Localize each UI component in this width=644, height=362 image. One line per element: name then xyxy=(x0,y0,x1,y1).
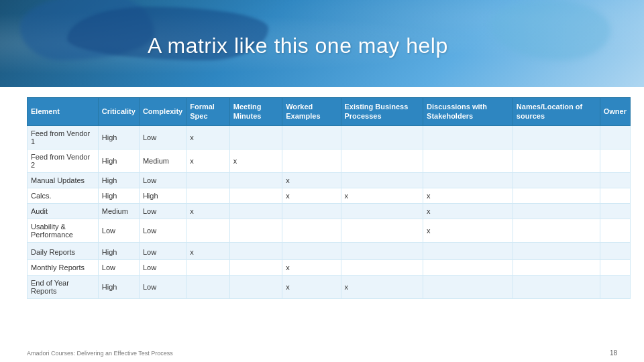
cell-criticality: High xyxy=(98,125,139,149)
cell-names_location xyxy=(513,219,600,242)
page-title: A matrix like this one may help xyxy=(148,34,448,58)
content-area: Element Criticality Complexity Formal Sp… xyxy=(27,97,631,342)
table-body: Feed from Vendor 1HighLowxFeed from Vend… xyxy=(28,125,631,298)
cell-names_location xyxy=(513,188,600,203)
cell-element: Feed from Vendor 2 xyxy=(28,149,99,172)
cell-owner xyxy=(600,242,630,259)
table-row: Daily ReportsHighLowx xyxy=(28,242,631,259)
cell-names_location xyxy=(513,203,600,219)
col-formal-spec: Formal Spec xyxy=(186,98,230,126)
cell-formal_spec xyxy=(186,275,230,298)
cell-existing_bp xyxy=(341,259,423,275)
cell-worked_examples: x xyxy=(282,275,341,298)
table-row: AuditMediumLowxx xyxy=(28,203,631,219)
cell-criticality: High xyxy=(98,242,139,259)
col-names-location: Names/Location of sources xyxy=(513,98,600,126)
cell-discussions xyxy=(423,125,513,149)
cell-names_location xyxy=(513,242,600,259)
cell-meeting_minutes xyxy=(229,125,282,149)
cell-meeting_minutes xyxy=(229,259,282,275)
cell-meeting_minutes xyxy=(229,172,282,188)
table-row: Calcs.HighHighxxx xyxy=(28,188,631,203)
paint-splash-3 xyxy=(490,0,610,60)
cell-complexity: Low xyxy=(139,125,186,149)
cell-complexity: High xyxy=(139,188,186,203)
cell-owner xyxy=(600,259,630,275)
cell-element: Daily Reports xyxy=(28,242,99,259)
cell-names_location xyxy=(513,172,600,188)
col-criticality: Criticality xyxy=(98,98,139,126)
page-number: 18 xyxy=(610,349,617,357)
cell-names_location xyxy=(513,259,600,275)
cell-worked_examples xyxy=(282,242,341,259)
cell-meeting_minutes xyxy=(229,275,282,298)
col-owner: Owner xyxy=(600,98,630,126)
cell-criticality: Low xyxy=(98,259,139,275)
cell-complexity: Medium xyxy=(139,149,186,172)
cell-discussions xyxy=(423,149,513,172)
col-worked-examples: Worked Examples xyxy=(282,98,341,126)
table-row: Feed from Vendor 1HighLowx xyxy=(28,125,631,149)
cell-meeting_minutes xyxy=(229,219,282,242)
cell-criticality: Low xyxy=(98,219,139,242)
cell-formal_spec xyxy=(186,219,230,242)
cell-element: Calcs. xyxy=(28,188,99,203)
cell-element: Feed from Vendor 1 xyxy=(28,125,99,149)
cell-existing_bp xyxy=(341,149,423,172)
cell-worked_examples: x xyxy=(282,172,341,188)
cell-complexity: Low xyxy=(139,275,186,298)
cell-owner xyxy=(600,149,630,172)
cell-discussions xyxy=(423,242,513,259)
cell-names_location xyxy=(513,149,600,172)
cell-names_location xyxy=(513,125,600,149)
cell-discussions: x xyxy=(423,203,513,219)
cell-meeting_minutes: x xyxy=(229,149,282,172)
col-complexity: Complexity xyxy=(139,98,186,126)
cell-existing_bp xyxy=(341,219,423,242)
col-discussions: Discussions with Stakeholders xyxy=(423,98,513,126)
table-row: End of Year ReportsHighLowxx xyxy=(28,275,631,298)
table-row: Manual UpdatesHighLowx xyxy=(28,172,631,188)
cell-owner xyxy=(600,125,630,149)
cell-formal_spec xyxy=(186,172,230,188)
cell-existing_bp: x xyxy=(341,275,423,298)
col-element: Element xyxy=(28,98,99,126)
cell-element: Manual Updates xyxy=(28,172,99,188)
cell-complexity: Low xyxy=(139,242,186,259)
cell-owner xyxy=(600,188,630,203)
cell-worked_examples: x xyxy=(282,188,341,203)
table-row: Feed from Vendor 2HighMediumxx xyxy=(28,149,631,172)
cell-meeting_minutes xyxy=(229,188,282,203)
cell-owner xyxy=(600,172,630,188)
cell-existing_bp xyxy=(341,242,423,259)
cell-complexity: Low xyxy=(139,219,186,242)
cell-discussions xyxy=(423,259,513,275)
cell-criticality: High xyxy=(98,275,139,298)
cell-discussions: x xyxy=(423,219,513,242)
cell-criticality: Medium xyxy=(98,203,139,219)
cell-formal_spec: x xyxy=(186,125,230,149)
cell-owner xyxy=(600,219,630,242)
cell-formal_spec xyxy=(186,259,230,275)
cell-worked_examples xyxy=(282,203,341,219)
cell-formal_spec: x xyxy=(186,149,230,172)
cell-discussions xyxy=(423,172,513,188)
cell-meeting_minutes xyxy=(229,203,282,219)
matrix-table: Element Criticality Complexity Formal Sp… xyxy=(27,97,631,299)
cell-criticality: High xyxy=(98,188,139,203)
cell-element: Monthly Reports xyxy=(28,259,99,275)
cell-formal_spec: x xyxy=(186,242,230,259)
footer: Amadori Courses: Delivering an Effective… xyxy=(27,349,617,357)
cell-element: Usability & Performance xyxy=(28,219,99,242)
cell-worked_examples xyxy=(282,149,341,172)
cell-formal_spec: x xyxy=(186,203,230,219)
table-row: Monthly ReportsLowLowx xyxy=(28,259,631,275)
cell-existing_bp xyxy=(341,172,423,188)
cell-complexity: Low xyxy=(139,203,186,219)
cell-meeting_minutes xyxy=(229,242,282,259)
cell-names_location xyxy=(513,275,600,298)
cell-discussions xyxy=(423,275,513,298)
cell-formal_spec xyxy=(186,188,230,203)
cell-criticality: High xyxy=(98,149,139,172)
cell-owner xyxy=(600,203,630,219)
